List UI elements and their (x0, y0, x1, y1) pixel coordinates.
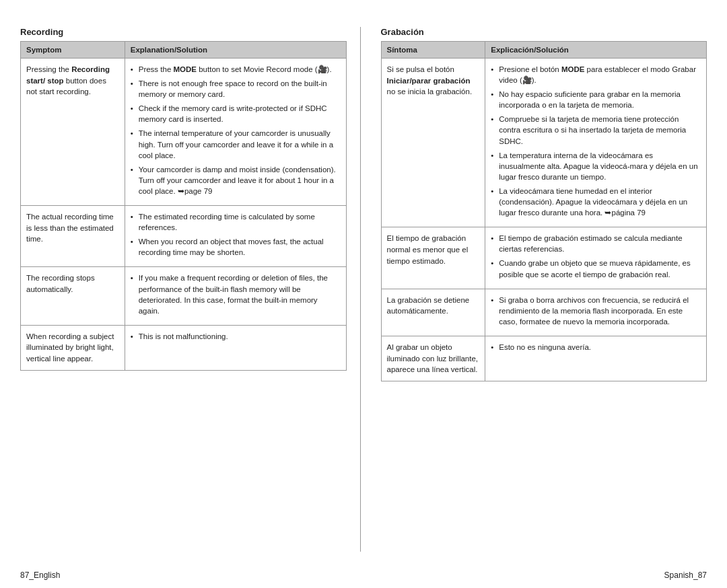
solution-cell: The estimated recording time is calculat… (125, 206, 346, 267)
list-item: Compruebe si la tarjeta de memoria tiene… (491, 114, 701, 146)
list-item: No hay espacio suficiente para grabar en… (491, 89, 701, 110)
solution-cell: If you make a frequent recording or dele… (125, 267, 346, 325)
list-item: Check if the memory card is write-protec… (131, 103, 341, 124)
right-table: Síntoma Explicación/Solución Si se pulsa… (381, 41, 707, 381)
left-col2-header: Explanation/Solution (125, 42, 346, 59)
table-row: El tiempo de grabación normal es menor q… (381, 227, 707, 289)
list-item: Si graba o borra archivos con frecuencia… (491, 295, 701, 327)
solution-cell: El tiempo de grabación estimado se calcu… (485, 227, 707, 289)
solution-cell: Press the MODE button to set Movie Recor… (125, 59, 346, 206)
solution-cell: This is not malfunctioning. (125, 325, 346, 370)
list-item: La temperatura interna de la videocámara… (491, 150, 701, 182)
list-item: There is not enough free space to record… (131, 78, 341, 100)
symptom-cell: The actual recording time is less than t… (21, 206, 125, 267)
list-item: Press the MODE button to set Movie Recor… (131, 64, 341, 75)
left-col1-header: Symptom (21, 42, 125, 59)
list-item: Esto no es ninguna avería. (491, 342, 701, 353)
symptom-cell: Pressing the Recording start/ stop butto… (21, 59, 125, 206)
symptom-cell: Al grabar un objeto iluminado con luz br… (381, 336, 485, 381)
table-row: Al grabar un objeto iluminado con luz br… (381, 336, 707, 381)
list-item: Cuando grabe un objeto que se mueva rápi… (491, 258, 701, 279)
footer-left: 87_English (20, 571, 60, 580)
solution-cell: Esto no es ninguna avería. (485, 336, 707, 381)
table-row: Pressing the Recording start/ stop butto… (21, 59, 347, 206)
right-col2-header: Explicación/Solución (485, 42, 707, 59)
list-item: This is not malfunctioning. (131, 331, 341, 342)
symptom-cell: La grabación se detiene automáticamente. (381, 289, 485, 336)
table-row: Si se pulsa el botón Iniciar/parar graba… (381, 59, 707, 227)
symptom-cell: El tiempo de grabación normal es menor q… (381, 227, 485, 289)
list-item: Your camcorder is damp and moist inside … (131, 164, 341, 196)
list-item: El tiempo de grabación estimado se calcu… (491, 233, 701, 254)
list-item: If you make a frequent recording or dele… (131, 272, 341, 316)
table-row: The recording stops automatically.If you… (21, 267, 347, 325)
solution-cell: Si graba o borra archivos con frecuencia… (485, 289, 707, 336)
left-section: Recording Symptom Explanation/Solution P… (20, 27, 361, 552)
solution-cell: Presione el botón MODE para establecer e… (485, 59, 707, 227)
left-table: Symptom Explanation/Solution Pressing th… (20, 41, 347, 371)
list-item: When you record an object that moves fas… (131, 236, 341, 258)
list-item: The internal temperature of your camcord… (131, 128, 341, 160)
list-item: La videocámara tiene humedad en el inter… (491, 186, 701, 218)
list-item: The estimated recording time is calculat… (131, 211, 341, 233)
page-footer: 87_English Spanish_87 (0, 565, 727, 588)
table-row: The actual recording time is less than t… (21, 206, 347, 267)
symptom-cell: The recording stops automatically. (21, 267, 125, 325)
page-container: Recording Symptom Explanation/Solution P… (0, 0, 727, 565)
symptom-cell: When recording a subject illuminated by … (21, 325, 125, 370)
table-row: La grabación se detiene automáticamente.… (381, 289, 707, 336)
left-section-title: Recording (20, 27, 347, 37)
table-row: When recording a subject illuminated by … (21, 325, 347, 370)
right-col1-header: Síntoma (381, 42, 485, 59)
right-section-title: Grabación (381, 27, 707, 37)
symptom-cell: Si se pulsa el botón Iniciar/parar graba… (381, 59, 485, 227)
footer-right: Spanish_87 (664, 571, 707, 580)
list-item: Presione el botón MODE para establecer e… (491, 64, 701, 85)
right-section: Grabación Síntoma Explicación/Solución S… (361, 27, 707, 552)
